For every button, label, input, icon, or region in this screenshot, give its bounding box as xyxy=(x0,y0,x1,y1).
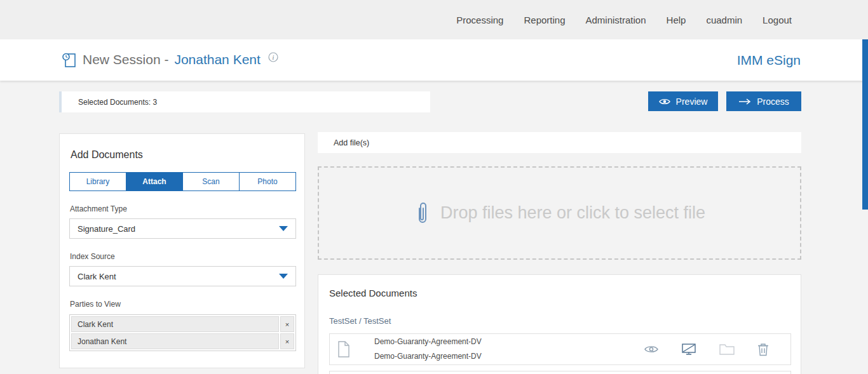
parties-to-view-label: Parties to View xyxy=(70,300,121,309)
tab-library[interactable]: Library xyxy=(70,173,126,190)
tab-scan[interactable]: Scan xyxy=(183,173,240,190)
nav-item-logout[interactable]: Logout xyxy=(763,15,792,25)
list-item: Clark Kent × xyxy=(71,316,294,332)
attachment-type-select[interactable]: Signature_Card xyxy=(69,218,296,239)
selected-documents-panel: Selected Documents TestSet / TestSet Dem… xyxy=(318,274,801,374)
scrollbar-thumb[interactable] xyxy=(862,39,868,210)
preview-button-label: Preview xyxy=(676,97,708,107)
svg-text:i: i xyxy=(272,53,274,60)
parties-to-view-list: Clark Kent × Jonathan Kent × xyxy=(69,314,296,351)
send-to-device-button[interactable] xyxy=(681,343,696,356)
nav-item-cuadmin[interactable]: cuadmin xyxy=(706,15,742,25)
page-title: New Session - Jonathan Kent i xyxy=(62,52,278,69)
list-item: Jonathan Kent × xyxy=(71,333,294,349)
arrow-right-icon xyxy=(738,98,751,105)
view-document-button[interactable] xyxy=(644,345,658,354)
document-group-label: TestSet / TestSet xyxy=(329,316,391,326)
delete-document-button[interactable] xyxy=(757,342,769,356)
process-button[interactable]: Process xyxy=(726,91,801,111)
file-dropzone[interactable]: Drop files here or click to select file xyxy=(318,166,801,260)
document-name-line2: Demo-Guaranty-Agreement-DV xyxy=(374,349,482,364)
tab-photo[interactable]: Photo xyxy=(240,173,295,190)
paperclip-icon xyxy=(414,200,430,227)
process-button-label: Process xyxy=(757,97,789,107)
add-files-label: Add file(s) xyxy=(334,138,369,147)
document-name-line1: Demo-Guaranty-Agreement-DV xyxy=(374,335,482,349)
remove-party-button[interactable]: × xyxy=(280,333,294,349)
chevron-down-icon xyxy=(279,226,288,231)
party-name: Clark Kent xyxy=(71,316,279,332)
add-documents-tabs: Library Attach Scan Photo xyxy=(69,172,296,191)
index-source-value: Clark Kent xyxy=(78,272,116,281)
eye-icon xyxy=(659,98,670,105)
esign-app: Processing Reporting Administration Help… xyxy=(0,0,868,374)
tab-attach[interactable]: Attach xyxy=(126,173,183,190)
page-header: New Session - Jonathan Kent i IMM eSign xyxy=(0,39,868,81)
attachment-type-value: Signature_Card xyxy=(78,224,135,234)
nav-item-processing[interactable]: Processing xyxy=(456,15,503,25)
add-documents-panel: Add Documents Library Attach Scan Photo … xyxy=(59,133,305,368)
session-name: Jonathan Kent xyxy=(174,52,260,67)
eye-icon xyxy=(644,345,658,354)
folder-icon xyxy=(719,344,735,355)
chevron-down-icon xyxy=(279,274,288,279)
brand-logo: IMM eSign xyxy=(737,53,801,68)
dropzone-text: Drop files here or click to select file xyxy=(440,203,705,223)
index-source-label: Index Source xyxy=(70,252,115,261)
remove-party-button[interactable]: × xyxy=(280,316,294,332)
preview-button[interactable]: Preview xyxy=(648,91,718,111)
document-icon xyxy=(337,341,350,357)
top-navigation: Processing Reporting Administration Help… xyxy=(0,0,868,39)
party-name: Jonathan Kent xyxy=(71,333,279,349)
add-documents-title: Add Documents xyxy=(71,149,143,161)
monitor-slash-icon xyxy=(681,343,696,356)
table-row xyxy=(329,371,791,374)
move-document-button[interactable] xyxy=(719,344,735,355)
index-source-select[interactable]: Clark Kent xyxy=(69,266,296,286)
table-row: Demo-Guaranty-Agreement-DV Demo-Guaranty… xyxy=(329,333,791,365)
add-files-header: Add file(s) xyxy=(318,132,801,153)
new-session-icon xyxy=(62,52,77,69)
info-icon[interactable]: i xyxy=(268,52,278,62)
nav-item-reporting[interactable]: Reporting xyxy=(524,15,565,25)
document-name: Demo-Guaranty-Agreement-DV Demo-Guaranty… xyxy=(374,335,482,364)
nav-item-help[interactable]: Help xyxy=(667,15,686,25)
selected-documents-status: Selected Documents: 3 xyxy=(59,91,430,112)
nav-item-administration[interactable]: Administration xyxy=(586,15,646,25)
title-prefix: New Session - xyxy=(83,52,168,67)
trash-icon xyxy=(757,342,769,356)
selected-documents-title: Selected Documents xyxy=(329,288,417,298)
selected-count-label: Selected Documents: 3 xyxy=(78,98,157,107)
document-actions xyxy=(644,342,769,356)
attachment-type-label: Attachment Type xyxy=(70,204,127,213)
